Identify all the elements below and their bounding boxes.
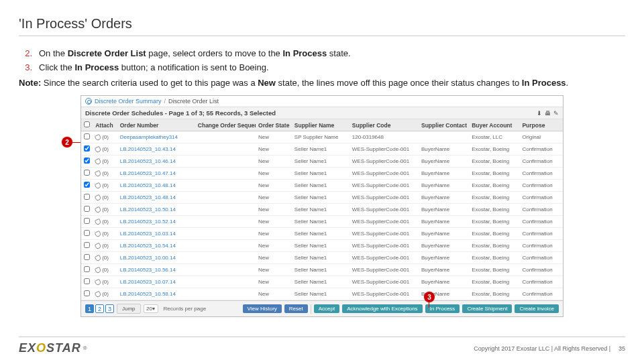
row-checkbox[interactable] (84, 278, 90, 284)
order-number-link[interactable]: LB.20140523_10.52.14 (117, 216, 195, 228)
col-header: Buyer Account (469, 119, 519, 131)
row-checkbox[interactable] (84, 230, 90, 236)
records-per-page-label: Records per page (164, 306, 207, 312)
col-header: Supplier Code (350, 119, 419, 131)
edit-icon[interactable]: ✎ (553, 110, 559, 117)
supplier-contact: BuyerName (419, 168, 469, 180)
in-process-button[interactable]: In Process (425, 304, 460, 313)
row-checkbox[interactable] (84, 290, 90, 296)
table-row: (0)LB.20140523_10.46.14NewSeller Name1WE… (81, 156, 563, 168)
supplier-name: Seller Name1 (292, 216, 350, 228)
breadcrumb-link[interactable]: Discrete Order Summary (95, 98, 162, 105)
paperclip-icon[interactable] (95, 219, 102, 226)
download-icon[interactable]: ⬇ (537, 110, 542, 117)
col-header: Supplier Name (292, 119, 350, 131)
paperclip-icon[interactable] (95, 194, 102, 202)
page-3[interactable]: 3 (105, 304, 114, 313)
page-2[interactable]: 2 (95, 304, 104, 313)
order-number-link[interactable]: LB.20140523_10.47.14 (117, 168, 195, 180)
reset-button[interactable]: Reset (284, 304, 308, 313)
supplier-name: Seller Name1 (292, 240, 350, 252)
order-number-link[interactable]: LB.20140523_10.43.14 (117, 143, 195, 156)
order-number-link[interactable]: LB.20140523_10.46.14 (117, 156, 195, 168)
purpose: Confirmation (519, 180, 563, 192)
table-row: (0)LB.20140523_10.07.14NewSeller Name1WE… (81, 276, 563, 288)
order-number-link[interactable]: Deepasamplekathey314 (117, 131, 195, 143)
row-checkbox[interactable] (84, 158, 90, 164)
purpose: Confirmation (519, 240, 563, 252)
order-state: New (256, 180, 292, 192)
table-row: (0)LB.20140523_10.58.14NewSeller Name1WE… (81, 288, 563, 300)
row-checkbox[interactable] (84, 206, 90, 212)
supplier-name: Seller Name1 (292, 276, 350, 288)
order-number-link[interactable]: LB.20140523_10.58.14 (117, 288, 195, 300)
order-number-link[interactable]: LB.20140523_10.48.14 (117, 180, 195, 192)
order-number-link[interactable]: LB.20140523_10.03.14 (117, 228, 195, 240)
table-row: (0)LB.20140523_10.54.14NewSeller Name1WE… (81, 240, 563, 252)
print-icon[interactable]: 🖶 (545, 110, 551, 117)
paperclip-icon[interactable] (95, 158, 102, 166)
row-checkbox[interactable] (84, 194, 90, 200)
change-seq (195, 192, 256, 204)
order-number-link[interactable]: LB.20140523_10.50.14 (117, 204, 195, 216)
col-header (81, 119, 93, 131)
supplier-name: SP Supplier Name (292, 131, 350, 143)
perpage-select[interactable]: 20 ▾ (144, 304, 158, 313)
row-checkbox[interactable] (84, 182, 90, 188)
paperclip-icon[interactable] (95, 182, 102, 190)
paperclip-icon[interactable] (95, 231, 102, 238)
supplier-contact: BuyerName (419, 180, 469, 192)
order-state: New (256, 264, 292, 276)
jump-button[interactable]: Jump (117, 304, 141, 314)
page-1[interactable]: 1 (85, 304, 94, 313)
row-checkbox[interactable] (84, 242, 90, 248)
purpose: Confirmation (519, 264, 563, 276)
paperclip-icon[interactable] (95, 255, 102, 262)
attach-count: (0) (102, 243, 109, 249)
change-seq (195, 143, 256, 156)
order-state: New (256, 204, 292, 216)
row-checkbox[interactable] (84, 145, 90, 152)
purpose: Confirmation (519, 252, 563, 264)
order-state: New (256, 276, 292, 288)
table-row: (0)LB.20140523_10.47.14NewSeller Name1WE… (81, 168, 563, 180)
attach-count: (0) (102, 182, 109, 188)
paperclip-icon[interactable] (95, 291, 102, 298)
change-seq (195, 156, 256, 168)
gear-icon[interactable] (85, 98, 92, 105)
create-invoice-button[interactable]: Create Invoice (515, 304, 559, 313)
buyer-account: Exostar, Boeing (469, 252, 519, 264)
step-text: Click the In Process button; a notificat… (39, 61, 269, 75)
attach-count: (0) (102, 146, 109, 152)
paperclip-icon[interactable] (95, 206, 102, 214)
step-2: 2. On the Discrete Order List page, sele… (19, 47, 625, 61)
acknowledge-exceptions-button[interactable]: Acknowledge with Exceptions (342, 304, 422, 313)
paperclip-icon[interactable] (95, 146, 102, 154)
supplier-contact: BuyerName (419, 156, 469, 168)
order-number-link[interactable]: LB.20140523_10.56.14 (117, 264, 195, 276)
supplier-contact: BuyerName (419, 143, 469, 156)
col-header: Change Order Sequence (195, 119, 256, 131)
row-checkbox[interactable] (84, 218, 90, 224)
order-number-link[interactable]: LB.20140523_10.48.14 (117, 192, 195, 204)
table-row: (0)LB.20140523_10.48.14NewSeller Name1WE… (81, 192, 563, 204)
paperclip-icon[interactable] (95, 279, 102, 286)
row-checkbox[interactable] (84, 133, 90, 139)
pager: 1 2 3 (85, 304, 114, 313)
paperclip-icon[interactable] (95, 267, 102, 274)
paperclip-icon[interactable] (95, 243, 102, 250)
order-number-link[interactable]: LB.20140523_10.00.14 (117, 252, 195, 264)
supplier-name: Seller Name1 (292, 180, 350, 192)
paperclip-icon[interactable] (95, 170, 102, 178)
row-checkbox[interactable] (84, 170, 90, 176)
row-checkbox[interactable] (84, 266, 90, 272)
create-shipment-button[interactable]: Create Shipment (462, 304, 512, 313)
row-checkbox[interactable] (84, 254, 90, 260)
select-all-checkbox[interactable] (84, 121, 90, 127)
order-number-link[interactable]: LB.20140523_10.54.14 (117, 240, 195, 252)
paperclip-icon[interactable] (95, 134, 102, 141)
accept-button[interactable]: Accept (314, 304, 339, 313)
col-header: Order Number (117, 119, 195, 131)
view-history-button[interactable]: View History (243, 304, 282, 313)
order-number-link[interactable]: LB.20140523_10.07.14 (117, 276, 195, 288)
